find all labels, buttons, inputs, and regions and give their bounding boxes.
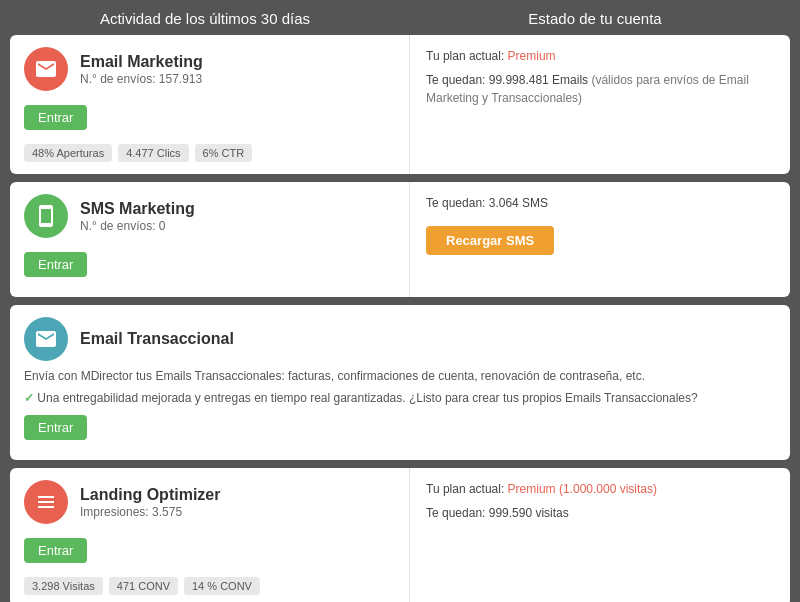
service-subtitle: Impresiones: 3.575 [80,505,220,519]
plan-info: Tu plan actual: Premium [426,47,774,65]
plan-info: Tu plan actual: Premium (1.000.000 visit… [426,480,774,498]
remaining-info: Te quedan: 99.998.481 Emails (válidos pa… [426,71,774,107]
card-email-transaccional: Email Transaccional Envía con MDirector … [10,305,790,460]
service-subtitle: N.° de envíos: 157.913 [80,72,203,86]
service-title: Landing Optimizer [80,486,220,504]
service-title: SMS Marketing [80,200,195,218]
service-header: Email Marketing N.° de envíos: 157.913 [24,47,395,91]
card-sms-marketing: SMS Marketing N.° de envíos: 0 Entrar Te… [10,182,790,297]
stat-badge: 3.298 Visitas [24,577,103,595]
recargar-sms-button[interactable]: Recargar SMS [426,226,554,255]
card-landing-optimizer: Landing Optimizer Impresiones: 3.575 Ent… [10,468,790,602]
enter-button[interactable]: Entrar [24,252,87,277]
service-title: Email Marketing [80,53,203,71]
card-right-landing-optimizer: Tu plan actual: Premium (1.000.000 visit… [410,468,790,602]
card-full-content: Email Transaccional Envía con MDirector … [10,305,790,460]
email-transaccional-icon [24,317,68,361]
remaining-text: Te quedan: 3.064 SMS [426,194,774,212]
remaining-info: Te quedan: 999.590 visitas [426,504,774,522]
stats-row: 48% Aperturas4.477 Clics6% CTR [24,144,395,162]
card-right-sms-marketing: Te quedan: 3.064 SMS Recargar SMS [410,182,790,297]
stat-badge: 471 CONV [109,577,178,595]
activity-header: Actividad de los últimos 30 días [10,10,400,27]
stat-badge: 14 % CONV [184,577,260,595]
card-right-email-marketing: Tu plan actual: Premium Te quedan: 99.99… [410,35,790,174]
service-header: Landing Optimizer Impresiones: 3.575 [24,480,395,524]
enter-button[interactable]: Entrar [24,415,87,440]
stat-badge: 48% Aperturas [24,144,112,162]
stat-badge: 6% CTR [195,144,253,162]
check-mark: ✓ [24,391,34,405]
card-email-marketing: Email Marketing N.° de envíos: 157.913 E… [10,35,790,174]
service-header: Email Transaccional [24,317,776,361]
sms-marketing-icon [24,194,68,238]
transaccional-check: ✓ Una entregabilidad mejorada y entregas… [24,389,776,407]
transaccional-desc: Envía con MDirector tus Emails Transacci… [24,367,776,385]
landing-optimizer-icon [24,480,68,524]
stats-row: 3.298 Visitas471 CONV14 % CONV [24,577,395,595]
stat-badge: 4.477 Clics [118,144,188,162]
enter-button[interactable]: Entrar [24,538,87,563]
card-left-sms-marketing: SMS Marketing N.° de envíos: 0 Entrar [10,182,410,297]
service-subtitle: N.° de envíos: 0 [80,219,195,233]
status-header: Estado de tu cuenta [400,10,790,27]
card-left-email-marketing: Email Marketing N.° de envíos: 157.913 E… [10,35,410,174]
email-marketing-icon [24,47,68,91]
card-left-landing-optimizer: Landing Optimizer Impresiones: 3.575 Ent… [10,468,410,602]
service-title: Email Transaccional [80,330,234,348]
service-header: SMS Marketing N.° de envíos: 0 [24,194,395,238]
enter-button[interactable]: Entrar [24,105,87,130]
